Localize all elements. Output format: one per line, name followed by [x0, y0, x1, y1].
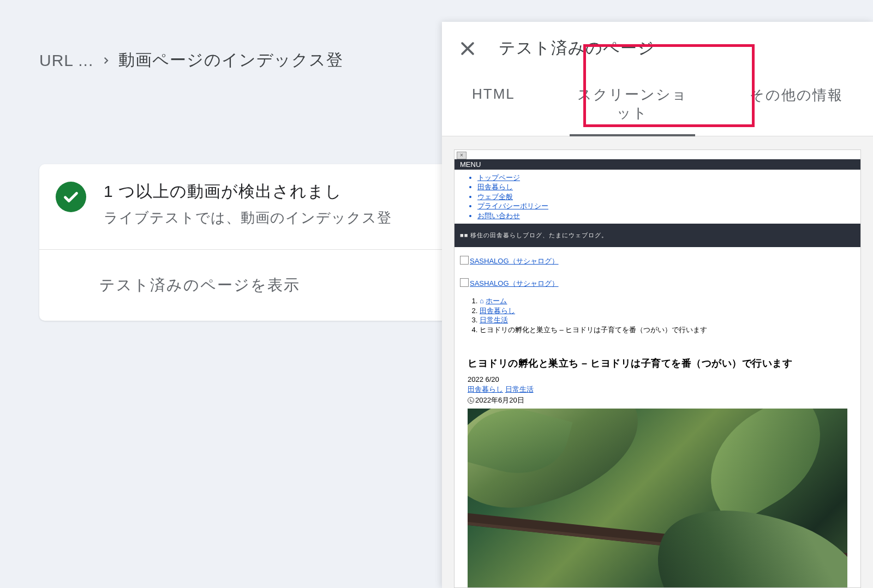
preview-menu-item: プライバシーポリシー [477, 201, 860, 211]
check-circle-icon [56, 182, 86, 212]
preview-menu-list: トップページ 田舎暮らし ウェブ全般 プライバシーポリシー お問い合わせ [455, 170, 860, 224]
breadcrumb-current: 動画ページのインデックス登 [118, 49, 343, 71]
preview-article-categories: 田舎暮らし 日常生活 [468, 385, 847, 394]
preview-article-title: ヒヨドリの孵化と巣立ち – ヒヨドリは子育てを番（つがい）で行います [468, 357, 847, 370]
preview-hero-image [468, 409, 847, 588]
tab-html[interactable]: HTML [467, 86, 521, 136]
preview-article-date: 2022 6/20 [468, 375, 847, 383]
close-icon[interactable] [458, 39, 477, 58]
tested-page-panel: テスト済みのページ HTML スクリーンショット その他の情報 × MENU ト… [442, 22, 873, 588]
preview-crumb-item: 田舎暮らし [480, 307, 515, 315]
preview-logo-link: SASHALOG（サシャログ） [460, 278, 559, 289]
home-icon: ⌂ [480, 297, 484, 305]
preview-crumb-item: 日常生活 [480, 316, 508, 324]
tab-screenshot[interactable]: スクリーンショット [570, 86, 695, 136]
screenshot-preview: × MENU トップページ 田舎暮らし ウェブ全般 プライバシーポリシー お問い… [454, 149, 861, 588]
preview-menu-item: お問い合わせ [477, 211, 860, 221]
preview-close-icon: × [457, 152, 467, 159]
preview-menu-item: ウェブ全般 [477, 192, 860, 202]
clock-icon [468, 397, 474, 404]
panel-title: テスト済みのページ [499, 37, 655, 59]
preview-tagline: ■■ 移住の田舎暮らしブログ、たまにウェブログ。 [455, 224, 860, 247]
preview-logo-link: SASHALOG（サシャログ） [460, 256, 559, 266]
preview-category-link: 日常生活 [505, 385, 534, 393]
chevron-right-icon [101, 56, 111, 65]
preview-updated-date: 2022年6月20日 [475, 396, 524, 404]
breadcrumb-root[interactable]: URL ... [39, 51, 93, 70]
preview-category-link: 田舎暮らし [468, 385, 503, 393]
preview-crumb-current: ヒヨドリの孵化と巣立ち – ヒヨドリは子育てを番（つがい）で行います [480, 325, 860, 335]
preview-article-updated: 2022年6月20日 [468, 395, 847, 405]
preview-menu-item: 田舎暮らし [477, 182, 860, 192]
preview-breadcrumb: ⌂ ホーム 田舎暮らし 日常生活 ヒヨドリの孵化と巣立ち – ヒヨドリは子育てを… [455, 292, 860, 334]
preview-menu-bar: MENU [455, 159, 860, 170]
panel-body: × MENU トップページ 田舎暮らし ウェブ全般 プライバシーポリシー お問い… [442, 136, 873, 588]
tab-other-info[interactable]: その他の情報 [744, 86, 848, 136]
status-title: 1 つ以上の動画が検出されまし [104, 181, 392, 203]
status-subtitle: ライブテストでは、動画のインデックス登 [104, 208, 392, 227]
preview-menu-item: トップページ [477, 173, 860, 183]
preview-crumb-home: ホーム [486, 297, 507, 305]
